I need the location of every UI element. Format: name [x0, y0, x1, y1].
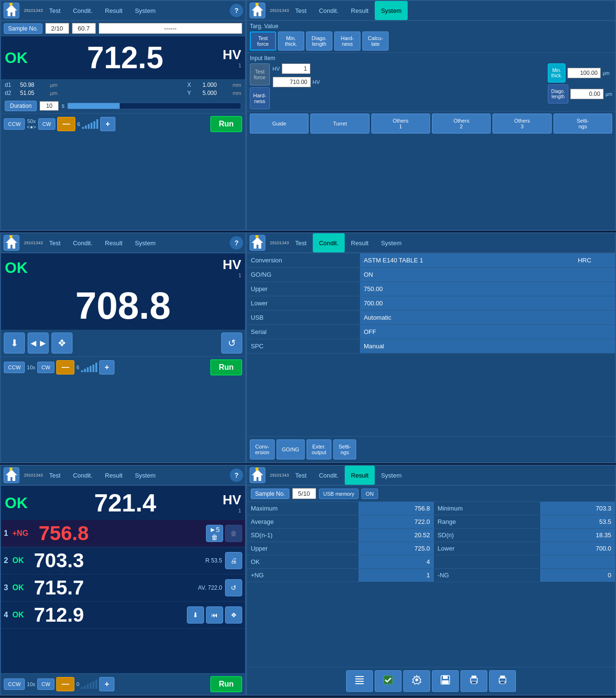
- tab-condit-r1[interactable]: Condit.: [313, 1, 345, 20]
- tab-condit-1[interactable]: Condit.: [67, 1, 99, 20]
- sample-label-1[interactable]: Sample No.: [4, 23, 42, 34]
- minus-btn-3[interactable]: —: [56, 677, 74, 691]
- usb-memory-btn[interactable]: USB memory: [319, 489, 359, 499]
- plus-btn-1[interactable]: +: [100, 117, 115, 131]
- cond-value-lower[interactable]: 700.00: [360, 296, 615, 311]
- refresh-btn-3[interactable]: ↺: [225, 579, 242, 596]
- control-row-1: CCW 50x <●> CW — 6 + Run: [1, 113, 245, 135]
- nav-down-4[interactable]: ⬇: [187, 606, 204, 624]
- diago-btn[interactable]: Diago.length: [548, 84, 568, 104]
- cond-value-usb[interactable]: Automatic: [360, 311, 615, 325]
- refresh-btn-2[interactable]: ↺: [221, 333, 242, 354]
- cond-value-spc[interactable]: Manual: [360, 339, 615, 354]
- settings-btn[interactable]: Setti-ngs: [554, 114, 612, 134]
- ccw-btn-3[interactable]: CCW: [4, 678, 25, 690]
- run-btn-3[interactable]: Run: [210, 676, 242, 692]
- hard-btn[interactable]: Hard-ness: [250, 87, 270, 109]
- nav-cross-4[interactable]: ❖: [225, 606, 242, 624]
- tab-condit-2[interactable]: Condit.: [67, 233, 99, 252]
- tab-test-3[interactable]: Test: [43, 466, 67, 485]
- plus-btn-3[interactable]: +: [99, 677, 114, 691]
- hv-value[interactable]: 1: [282, 63, 310, 74]
- tab-test-r1[interactable]: Test: [289, 1, 313, 20]
- tab-system-3[interactable]: System: [129, 466, 162, 485]
- tab-system-2[interactable]: System: [129, 233, 162, 252]
- ccw-btn-1[interactable]: CCW: [4, 118, 25, 130]
- svg-rect-19: [355, 678, 364, 679]
- targ-test-force[interactable]: Testforce: [250, 31, 276, 51]
- tab-result-3[interactable]: Result: [99, 466, 129, 485]
- settings-btn-2[interactable]: Setti-ngs: [333, 439, 356, 459]
- run-btn-2[interactable]: Run: [210, 359, 242, 375]
- cond-value-serial[interactable]: OFF: [360, 325, 615, 339]
- targ-hardness[interactable]: Hard-ness: [334, 31, 360, 51]
- download-btn-2[interactable]: ⬇: [4, 333, 25, 354]
- tab-test-r2[interactable]: Test: [289, 233, 313, 252]
- cw-btn-2[interactable]: CW: [37, 362, 54, 373]
- on-btn[interactable]: ON: [361, 489, 378, 499]
- test-force-btn[interactable]: Testforce: [250, 63, 270, 85]
- targ-diago[interactable]: Diago.length: [306, 31, 332, 51]
- cond-extra-conversion[interactable]: HRC: [554, 253, 615, 268]
- tab-test-1[interactable]: Test: [43, 1, 67, 20]
- arrows-btn-2[interactable]: ◄►: [28, 333, 49, 354]
- ccw-btn-2[interactable]: CCW: [4, 362, 25, 373]
- targ-calculate[interactable]: Calcu-late: [362, 31, 389, 51]
- tab-condit-3[interactable]: Condit.: [67, 466, 99, 485]
- exter-btn[interactable]: Exter.output: [307, 439, 332, 459]
- hard-value[interactable]: 710.00: [273, 77, 311, 87]
- minus-btn-2[interactable]: —: [56, 360, 74, 375]
- min-thick-btn[interactable]: Min.thick.: [548, 63, 565, 83]
- toolbar-print2-btn[interactable]: [489, 670, 516, 692]
- minus-btn-1[interactable]: —: [57, 117, 75, 131]
- diago-value[interactable]: 0.00: [570, 89, 604, 99]
- tab-system-r3[interactable]: System: [375, 466, 408, 485]
- nav-logo-1: [3, 2, 20, 19]
- cw-btn-1[interactable]: CW: [38, 118, 55, 130]
- tab-test-2[interactable]: Test: [43, 233, 67, 252]
- tab-system-r1[interactable]: System: [375, 1, 408, 20]
- tab-result-r1[interactable]: Result: [345, 1, 375, 20]
- help-btn-2[interactable]: ?: [230, 236, 243, 250]
- tab-condit-r2[interactable]: Condit.: [313, 233, 345, 252]
- targ-min-thick[interactable]: Min.thick.: [278, 31, 304, 51]
- turret-btn[interactable]: Turret: [310, 114, 369, 134]
- conv-btn[interactable]: Conv-ersion: [250, 439, 275, 459]
- ok-badge-3: OK: [5, 494, 28, 512]
- print-btn-2[interactable]: 🖨: [225, 552, 242, 569]
- tab-system-1[interactable]: System: [129, 1, 162, 20]
- help-btn-3[interactable]: ?: [230, 469, 243, 482]
- others3-btn[interactable]: Others3: [493, 114, 551, 134]
- tab-condit-r3[interactable]: Condit.: [313, 466, 345, 485]
- duration-btn-1[interactable]: Duration: [5, 101, 37, 111]
- plus-btn-2[interactable]: +: [99, 360, 114, 375]
- bar3-4: [90, 683, 92, 689]
- nav-prev-4[interactable]: ⏮: [206, 606, 223, 624]
- gong-btn[interactable]: GO/NG: [277, 439, 305, 459]
- tab-result-1[interactable]: Result: [99, 1, 129, 20]
- cw-btn-3[interactable]: CW: [37, 678, 54, 690]
- guide-btn[interactable]: Guide: [250, 114, 308, 134]
- others2-btn[interactable]: Others2: [432, 114, 491, 134]
- toolbar-gear-btn[interactable]: [403, 670, 430, 692]
- cond-value-conversion[interactable]: ASTM E140 TABLE 1: [360, 253, 554, 268]
- help-btn-1[interactable]: ?: [230, 4, 243, 17]
- toolbar-check-btn[interactable]: [375, 670, 401, 692]
- tab-result-r3[interactable]: Result: [345, 466, 375, 485]
- cond-value-gong[interactable]: ON: [360, 268, 615, 282]
- tab-result-2[interactable]: Result: [99, 233, 129, 252]
- nav-logo-2: [3, 234, 20, 251]
- run-btn-1[interactable]: Run: [210, 116, 242, 132]
- toolbar-list-btn[interactable]: [346, 670, 373, 692]
- toolbar-save-btn[interactable]: [432, 670, 459, 692]
- stats-sample-label[interactable]: Sample No.: [251, 489, 289, 499]
- cond-value-upper[interactable]: 750.00: [360, 282, 615, 296]
- tab-system-r2[interactable]: System: [375, 233, 408, 252]
- tab-result-r2[interactable]: Result: [345, 233, 375, 252]
- tab-test-r3[interactable]: Test: [289, 466, 313, 485]
- cross-btn-2[interactable]: ❖: [51, 333, 72, 354]
- min-thick-value[interactable]: 100.00: [567, 68, 601, 78]
- result-icon-1[interactable]: ►5🗑: [206, 525, 223, 542]
- toolbar-print-btn[interactable]: [461, 670, 487, 692]
- others1-btn[interactable]: Others1: [371, 114, 430, 134]
